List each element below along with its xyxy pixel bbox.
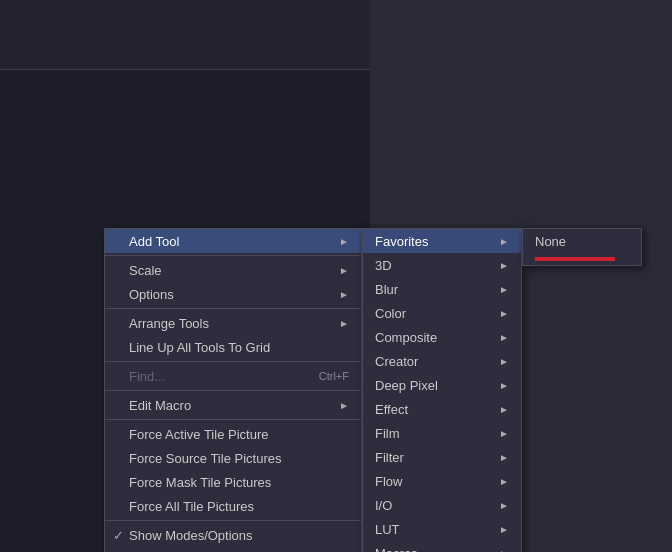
- arrow-icon: ►: [339, 265, 349, 276]
- menu-item-force-mask[interactable]: Force Mask Tile Pictures: [105, 470, 361, 494]
- separator: [105, 308, 361, 309]
- shortcut-label: Ctrl+F: [319, 370, 349, 382]
- menu-item-label: Add Tool: [129, 234, 179, 249]
- favorites-none-item[interactable]: None: [523, 229, 641, 253]
- menu-item-label: Line Up All Tools To Grid: [129, 340, 270, 355]
- submenu-item-color[interactable]: Color ►: [363, 301, 521, 325]
- arrow-icon: ►: [499, 548, 509, 553]
- menu-item-label: Force All Tile Pictures: [129, 499, 254, 514]
- arrow-icon: ►: [499, 380, 509, 391]
- menu-item-show-modes[interactable]: ✓ Show Modes/Options: [105, 523, 361, 547]
- submenu-item-label: I/O: [375, 498, 392, 513]
- menu-item-arrange-tools[interactable]: Arrange Tools ►: [105, 311, 361, 335]
- separator: [105, 419, 361, 420]
- submenu-item-label: LUT: [375, 522, 400, 537]
- submenu-item-label: Effect: [375, 402, 408, 417]
- menu-item-label: Show Modes/Options: [129, 528, 253, 543]
- menu-item-options[interactable]: Options ►: [105, 282, 361, 306]
- submenu-add-tool: Favorites ► 3D ► Blur ► Color ► Composit…: [362, 228, 522, 552]
- submenu-item-label: Color: [375, 306, 406, 321]
- arrow-icon: ►: [499, 260, 509, 271]
- favorites-none-label: None: [535, 234, 566, 249]
- arrow-icon: ►: [339, 236, 349, 247]
- submenu-item-label: Blur: [375, 282, 398, 297]
- submenu-item-label: Favorites: [375, 234, 428, 249]
- arrow-icon: ►: [499, 476, 509, 487]
- arrow-icon: ►: [339, 318, 349, 329]
- submenu-item-blur[interactable]: Blur ►: [363, 277, 521, 301]
- menu-item-label: Options: [129, 287, 174, 302]
- submenu-item-film[interactable]: Film ►: [363, 421, 521, 445]
- bg-top-left: [0, 0, 370, 70]
- submenu-item-effect[interactable]: Effect ►: [363, 397, 521, 421]
- arrow-icon: ►: [499, 500, 509, 511]
- menu-item-lineup-tools[interactable]: Line Up All Tools To Grid: [105, 335, 361, 359]
- submenu-item-label: 3D: [375, 258, 392, 273]
- submenu-item-label: Composite: [375, 330, 437, 345]
- context-menu-left: Add Tool ► Scale ► Options ► Arrange Too…: [104, 228, 362, 552]
- submenu-item-favorites[interactable]: Favorites ►: [363, 229, 521, 253]
- menu-item-find[interactable]: Find... Ctrl+F: [105, 364, 361, 388]
- arrow-icon: ►: [339, 289, 349, 300]
- menu-item-force-active[interactable]: Force Active Tile Picture: [105, 422, 361, 446]
- submenu-item-filter[interactable]: Filter ►: [363, 445, 521, 469]
- submenu-item-macros[interactable]: Macros ►: [363, 541, 521, 552]
- separator: [105, 390, 361, 391]
- arrow-icon: ►: [499, 236, 509, 247]
- menu-item-add-tool[interactable]: Add Tool ►: [105, 229, 361, 253]
- submenu-item-deep-pixel[interactable]: Deep Pixel ►: [363, 373, 521, 397]
- menu-item-show-thumbnails[interactable]: ✓ Show Thumbnails: [105, 547, 361, 552]
- menu-item-label: Force Mask Tile Pictures: [129, 475, 271, 490]
- checkmark-icon: ✓: [113, 528, 124, 543]
- separator: [105, 255, 361, 256]
- arrow-icon: ►: [499, 428, 509, 439]
- arrow-icon: ►: [499, 452, 509, 463]
- submenu-item-flow[interactable]: Flow ►: [363, 469, 521, 493]
- submenu-item-label: Film: [375, 426, 400, 441]
- menu-item-scale[interactable]: Scale ►: [105, 258, 361, 282]
- arrow-icon: ►: [499, 404, 509, 415]
- submenu-item-io[interactable]: I/O ►: [363, 493, 521, 517]
- separator: [105, 520, 361, 521]
- arrow-icon: ►: [499, 332, 509, 343]
- separator: [105, 361, 361, 362]
- menu-item-label: Force Source Tile Pictures: [129, 451, 281, 466]
- menu-item-label: Scale: [129, 263, 162, 278]
- bg-top-right: [370, 0, 672, 70]
- submenu-item-creator[interactable]: Creator ►: [363, 349, 521, 373]
- menu-item-force-all[interactable]: Force All Tile Pictures: [105, 494, 361, 518]
- menu-item-label: Force Active Tile Picture: [129, 427, 268, 442]
- arrow-icon: ►: [339, 400, 349, 411]
- menu-item-edit-macro[interactable]: Edit Macro ►: [105, 393, 361, 417]
- submenu-item-lut[interactable]: LUT ►: [363, 517, 521, 541]
- menu-item-force-source[interactable]: Force Source Tile Pictures: [105, 446, 361, 470]
- menu-item-label: Arrange Tools: [129, 316, 209, 331]
- submenu-item-label: Flow: [375, 474, 402, 489]
- menu-item-label: Edit Macro: [129, 398, 191, 413]
- arrow-icon: ►: [499, 284, 509, 295]
- red-bar-decoration: [535, 257, 615, 261]
- submenu-item-label: Macros: [375, 546, 418, 553]
- submenu-item-composite[interactable]: Composite ►: [363, 325, 521, 349]
- arrow-icon: ►: [499, 356, 509, 367]
- menu-item-label: Find...: [129, 369, 165, 384]
- submenu-item-label: Creator: [375, 354, 418, 369]
- submenu-favorites: None: [522, 228, 642, 266]
- submenu-item-3d[interactable]: 3D ►: [363, 253, 521, 277]
- arrow-icon: ►: [499, 308, 509, 319]
- submenu-item-label: Deep Pixel: [375, 378, 438, 393]
- submenu-item-label: Filter: [375, 450, 404, 465]
- arrow-icon: ►: [499, 524, 509, 535]
